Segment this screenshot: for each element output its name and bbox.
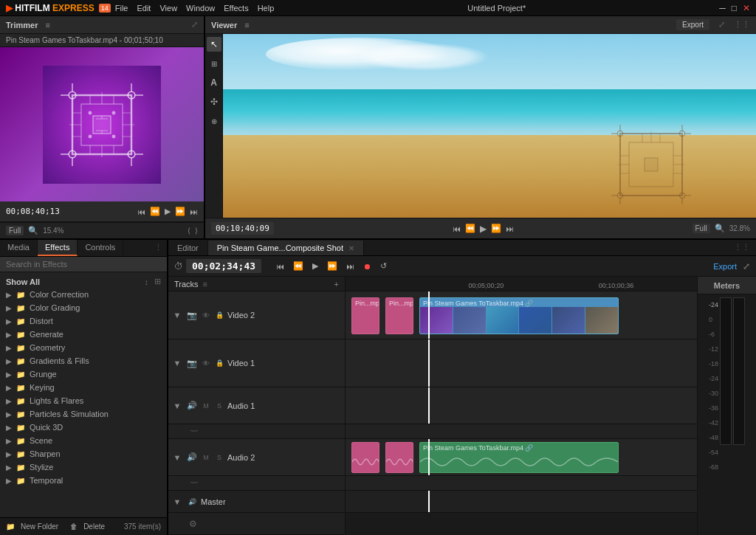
a1-mute-icon[interactable]: M bbox=[201, 401, 211, 411]
viewer-play-btn[interactable]: ▶ bbox=[480, 224, 487, 234]
tl-ff-btn[interactable]: ⏩ bbox=[324, 260, 340, 272]
category-geometry[interactable]: ▶ 📁 Geometry bbox=[0, 341, 167, 354]
v1-expand-icon[interactable]: ▼ bbox=[171, 359, 183, 367]
tl-loop-btn[interactable]: ↺ bbox=[377, 260, 390, 272]
timeline-ruler[interactable]: 00;05;00;20 00;10;00;36 bbox=[346, 277, 697, 291]
tracks-menu-icon[interactable]: ≡ bbox=[203, 280, 207, 289]
category-gradients[interactable]: ▶ 📁 Gradients & Fills bbox=[0, 354, 167, 367]
audio2-clip-pink2[interactable] bbox=[385, 442, 413, 473]
sort-icon[interactable]: ↕ bbox=[145, 277, 149, 286]
composite-tab-close[interactable]: ✕ bbox=[348, 244, 354, 252]
menu-window[interactable]: Window bbox=[186, 4, 215, 13]
viewer-menu-icon[interactable]: ≡ bbox=[244, 21, 249, 30]
menu-view[interactable]: View bbox=[159, 4, 177, 13]
left-panel-menu[interactable]: ⋮ bbox=[150, 240, 167, 256]
maximize-button[interactable]: □ bbox=[732, 3, 737, 13]
category-temporal[interactable]: ▶ 📁 Temporal bbox=[0, 474, 167, 487]
trim-prev-btn[interactable]: ⏮ bbox=[137, 207, 145, 216]
menu-file[interactable]: File bbox=[115, 4, 128, 13]
viewer-prev-btn[interactable]: ⏮ bbox=[453, 224, 461, 233]
category-color-grading[interactable]: ▶ 📁 Color Grading bbox=[0, 301, 167, 314]
menu-effects[interactable]: Effects bbox=[224, 4, 248, 13]
effects-search-input[interactable] bbox=[0, 257, 167, 272]
viewer-stepback-btn[interactable]: ⏪ bbox=[465, 224, 475, 233]
v2-expand-icon[interactable]: ▼ bbox=[171, 311, 183, 320]
category-generate[interactable]: ▶ 📁 Generate bbox=[0, 328, 167, 341]
tl-next-btn[interactable]: ⏭ bbox=[343, 260, 357, 272]
audio2-clip-main[interactable]: Pin Steam Games ToTaskbar.mp4 🔗 bbox=[419, 442, 619, 473]
trim-stepback-btn[interactable]: ⏪ bbox=[150, 207, 160, 216]
pointer-tool[interactable]: ↖ bbox=[207, 37, 221, 52]
video2-clip-main[interactable]: Pin Steam Games ToTaskbar.mp4 🔗 bbox=[419, 297, 619, 334]
text-tool[interactable]: A bbox=[207, 75, 221, 90]
trim-play-btn[interactable]: ▶ bbox=[165, 207, 171, 216]
gear-icon[interactable]: ⚙ bbox=[189, 519, 197, 529]
trim-zoom-label[interactable]: Full bbox=[6, 226, 24, 235]
a1-expand-icon[interactable]: ▼ bbox=[171, 401, 183, 410]
v2-eye-icon[interactable]: 👁 bbox=[201, 310, 211, 320]
editor-menu-icon[interactable]: ⋮⋮ bbox=[728, 240, 756, 255]
trim-in-btn[interactable]: ⟨ bbox=[188, 227, 190, 235]
add-track-btn[interactable]: + bbox=[334, 280, 339, 289]
trim-next-btn[interactable]: ⏭ bbox=[190, 207, 198, 216]
tl-expand-btn[interactable]: ⤢ bbox=[743, 261, 750, 272]
menu-edit[interactable]: Edit bbox=[137, 4, 151, 13]
category-grunge[interactable]: ▶ 📁 Grunge bbox=[0, 367, 167, 381]
tab-effects[interactable]: Effects bbox=[38, 240, 78, 256]
viewer-zoom-label[interactable]: Full bbox=[693, 224, 710, 233]
trim-zoom-icon[interactable]: 🔍 bbox=[28, 226, 38, 235]
tab-media[interactable]: Media bbox=[0, 240, 38, 256]
v1-eye-icon[interactable]: 👁 bbox=[201, 358, 211, 368]
pin-tool[interactable]: ⊕ bbox=[207, 114, 221, 128]
delete-button[interactable]: Delete bbox=[83, 522, 105, 531]
category-lights[interactable]: ▶ 📁 Lights & Flares bbox=[0, 394, 167, 407]
trimmer-expand-icon[interactable]: ⤢ bbox=[191, 20, 198, 30]
a1-solo-icon[interactable]: S bbox=[214, 401, 224, 411]
category-stylize[interactable]: ▶ 📁 Stylize bbox=[0, 460, 167, 474]
audio2-clip-pink1[interactable] bbox=[351, 442, 379, 473]
category-scene[interactable]: ▶ 📁 Scene bbox=[0, 434, 167, 447]
a2-mute-icon[interactable]: M bbox=[201, 452, 211, 463]
a2-solo-icon[interactable]: S bbox=[214, 452, 224, 463]
category-sharpen[interactable]: ▶ 📁 Sharpen bbox=[0, 447, 167, 460]
video2-clip-pink1[interactable]: Pin...mp4 bbox=[351, 297, 379, 334]
tl-rw-btn[interactable]: ⏪ bbox=[290, 260, 306, 272]
viewer-zoom-icon[interactable]: 🔍 bbox=[715, 224, 725, 233]
trimmer-menu-icon[interactable]: ≡ bbox=[45, 21, 49, 30]
viewer-expand-icon[interactable]: ⤢ bbox=[718, 20, 725, 30]
v2-lock-icon[interactable]: 🔒 bbox=[214, 310, 224, 320]
category-quick3d[interactable]: ▶ 📁 Quick 3D bbox=[0, 421, 167, 434]
folder-icon-10: 📁 bbox=[16, 344, 25, 352]
tl-prev-btn[interactable]: ⏮ bbox=[273, 260, 287, 272]
category-color-correction[interactable]: ▶ 📁 Color Correction bbox=[0, 288, 167, 301]
export-button[interactable]: Export bbox=[676, 19, 709, 30]
category-keying[interactable]: ▶ 📁 Keying bbox=[0, 381, 167, 394]
viewer-next-btn[interactable]: ⏭ bbox=[506, 224, 514, 233]
export-label[interactable]: Export bbox=[713, 262, 737, 271]
category-distort[interactable]: ▶ 📁 Distort bbox=[0, 314, 167, 328]
v1-lock-icon[interactable]: 🔒 bbox=[214, 358, 224, 368]
sort2-icon[interactable]: ⊞ bbox=[154, 277, 161, 286]
new-folder-button[interactable]: New Folder bbox=[21, 522, 58, 531]
close-button[interactable]: ✕ bbox=[743, 3, 750, 13]
tab-composite[interactable]: Pin Steam Game...Composite Shot ✕ bbox=[208, 241, 364, 255]
tl-record-btn[interactable]: ⏺ bbox=[360, 260, 374, 272]
viewer-stepfwd-btn[interactable]: ⏩ bbox=[491, 224, 501, 233]
menu-help[interactable]: Help bbox=[258, 4, 275, 13]
viewer-options-icon[interactable]: ⋮⋮ bbox=[734, 20, 750, 30]
video2-clip-pink2[interactable]: Pin...mp4 bbox=[385, 297, 413, 334]
a2-expand-icon[interactable]: ▼ bbox=[171, 453, 183, 462]
category-particles[interactable]: ▶ 📁 Particles & Simulation bbox=[0, 407, 167, 421]
folder-icon-30: 📁 bbox=[16, 477, 25, 485]
crop-tool[interactable]: ⊞ bbox=[207, 56, 221, 71]
transform-tool[interactable]: ✣ bbox=[207, 94, 221, 109]
app-logo: ▶ HITFILM EXPRESS bbox=[6, 3, 94, 13]
tl-play-btn[interactable]: ▶ bbox=[309, 260, 321, 272]
tl-timecode[interactable]: 00;02;34;43 bbox=[186, 259, 261, 273]
minimize-button[interactable]: ─ bbox=[719, 3, 726, 13]
trim-stepfwd-btn[interactable]: ⏩ bbox=[175, 207, 185, 216]
tab-controls[interactable]: Controls bbox=[78, 240, 123, 256]
trim-out-btn[interactable]: ⟩ bbox=[195, 227, 198, 235]
tab-editor[interactable]: Editor bbox=[168, 241, 208, 255]
master-expand-icon[interactable]: ▼ bbox=[171, 497, 183, 506]
